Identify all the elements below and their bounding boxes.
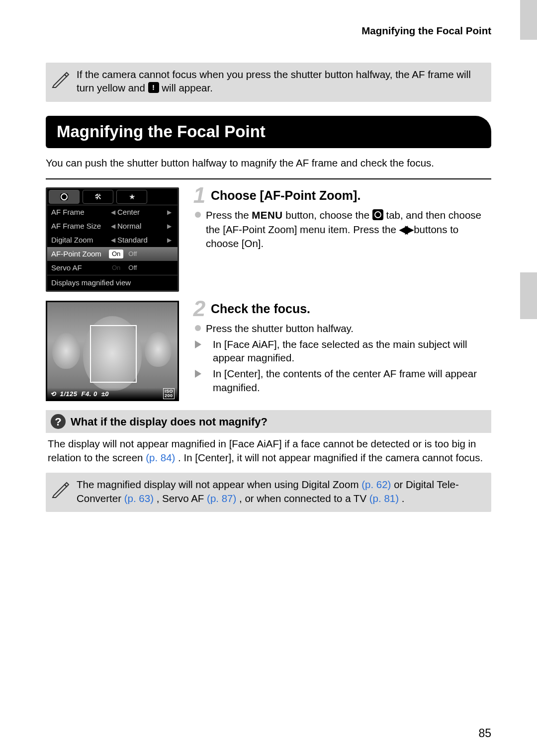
question-mark-icon: ?	[51, 414, 66, 429]
step-number: 1	[191, 185, 208, 205]
manual-page: Magnifying the Focal Point If the camera…	[0, 0, 537, 756]
t: , Servo AF	[157, 493, 207, 504]
iso-bottom: 200	[165, 393, 173, 398]
step-2-text: 2 Check the focus. Press the shutter but…	[191, 301, 491, 401]
aperture: F4. 0	[82, 390, 97, 399]
menu-key: Servo AF	[51, 263, 109, 273]
shutter-speed: 1/125	[60, 390, 78, 399]
page-ref-link[interactable]: (p. 62)	[361, 479, 391, 490]
menu-key: Digital Zoom	[51, 235, 109, 245]
question-block: ? What if the display does not magnify? …	[46, 410, 491, 472]
menu-row-af-point-zoom: AF-Point Zoom On Off	[47, 247, 178, 261]
iso-badge: ISO 200	[163, 388, 175, 399]
note-text-a: If the camera cannot focus when you pres…	[77, 69, 471, 94]
photo-status-bar: ⟲ 1/125 F4. 0 ±0 ISO 200	[47, 388, 178, 400]
toggle-off: Off	[125, 250, 140, 258]
page-number: 85	[478, 726, 491, 741]
menu-tab-star: ★	[116, 190, 147, 204]
face-left	[52, 333, 80, 369]
note-text: If the camera cannot focus when you pres…	[77, 68, 483, 95]
chevron-left-icon: ◀	[111, 222, 115, 230]
bullet-dot-icon	[195, 212, 201, 218]
separator	[46, 178, 491, 179]
camera-preview-screenshot: ⟲ 1/125 F4. 0 ±0 ISO 200	[46, 301, 179, 401]
t: button, choose the	[285, 209, 372, 221]
camera-icon	[60, 193, 68, 200]
section-intro: You can push the shutter button halfway …	[46, 156, 491, 170]
menu-key: AF Frame	[51, 207, 109, 217]
menu-key: AF Frame Size	[51, 221, 109, 231]
step-title: Choose [AF-Point Zoom].	[211, 187, 360, 204]
toggle-off: Off	[125, 263, 140, 272]
toggle-on: On	[109, 250, 123, 258]
thumb-tab-top	[520, 0, 537, 40]
section-title: Magnifying the Focal Point	[46, 116, 491, 148]
menu-value: Normal	[117, 221, 141, 231]
bullet-dot-icon	[195, 325, 201, 331]
step-2-bullet-3: In [Center], the contents of the center …	[195, 367, 491, 394]
chevron-right-icon: ▶	[167, 222, 172, 230]
camera-icon	[372, 209, 383, 220]
thumb-tab-mid	[520, 272, 537, 319]
menu-row-servo-af: Servo AF On Off	[47, 261, 178, 275]
exposure-comp: ±0	[101, 390, 109, 399]
step-2-bullet-2: In [Face AiAF], the face selected as the…	[195, 337, 491, 365]
t: . In [Center], it will not appear magnif…	[178, 452, 483, 463]
t: , or when connected to a TV	[239, 493, 369, 504]
menu-value: Standard	[117, 235, 148, 245]
menu-footer-hint: Displays magnified view	[47, 275, 178, 290]
running-head: Magnifying the Focal Point	[46, 24, 491, 38]
note-text: The magnified display will not appear wh…	[77, 478, 483, 505]
alert-icon	[148, 82, 159, 93]
step-number: 2	[191, 299, 208, 319]
result-arrow-icon	[195, 370, 208, 378]
toggle-on: On	[109, 263, 123, 272]
page-ref-link[interactable]: (p. 87)	[207, 493, 236, 504]
menu-row-af-frame-size: AF Frame Size ◀ Normal ▶	[47, 219, 178, 233]
face-right	[145, 332, 172, 367]
menu-value: Center	[117, 207, 140, 217]
chevron-left-icon: ◀	[111, 208, 115, 216]
step-1: 🛠 ★ AF Frame ◀ Center ▶ AF Frame Size ◀ …	[46, 187, 491, 292]
step-title: Check the focus.	[211, 301, 310, 318]
left-right-arrows-icon: ◀▶	[399, 223, 411, 236]
question-head: ? What if the display does not magnify?	[46, 410, 491, 433]
t: .	[402, 493, 405, 504]
chevron-right-icon: ▶	[167, 208, 172, 216]
t: The magnified display will not appear wh…	[77, 479, 361, 490]
menu-tabs: 🛠 ★	[47, 189, 178, 205]
page-ref-link[interactable]: (p. 84)	[146, 452, 175, 463]
note-magnify-exceptions: The magnified display will not appear wh…	[46, 473, 491, 512]
menu-row-digital-zoom: Digital Zoom ◀ Standard ▶	[47, 233, 178, 247]
result-arrow-icon	[195, 340, 208, 348]
t: Press the	[206, 209, 252, 221]
af-frame-box	[90, 325, 137, 383]
question-body: The display will not appear magnified in…	[46, 437, 491, 472]
page-ref-link[interactable]: (p. 63)	[124, 493, 154, 504]
page-ref-link[interactable]: (p. 81)	[369, 493, 399, 504]
t: In [Center], the contents of the center …	[213, 367, 491, 394]
camera-menu-screenshot: 🛠 ★ AF Frame ◀ Center ▶ AF Frame Size ◀ …	[46, 187, 179, 292]
pencil-icon	[50, 478, 72, 500]
photo-mock: ⟲ 1/125 F4. 0 ±0 ISO 200	[46, 301, 179, 401]
pencil-icon	[50, 68, 72, 89]
t: In [Face AiAF], the face selected as the…	[213, 337, 491, 365]
menu-mock: 🛠 ★ AF Frame ◀ Center ▶ AF Frame Size ◀ …	[46, 187, 179, 292]
review-icon: ⟲	[50, 390, 56, 399]
menu-tab-shoot	[49, 190, 80, 204]
step-1-text: 1 Choose [AF-Point Zoom]. Press the MENU…	[191, 187, 491, 292]
step-2: ⟲ 1/125 F4. 0 ±0 ISO 200 2 Check the foc…	[46, 301, 491, 401]
t: Press the shutter button halfway.	[206, 322, 491, 336]
step-2-bullet-1: Press the shutter button halfway.	[195, 322, 491, 336]
note-focus-warning: If the camera cannot focus when you pres…	[46, 63, 491, 102]
step-1-bullet: Press the MENU button, choose the tab, a…	[195, 208, 491, 251]
menu-tab-tools: 🛠	[83, 190, 113, 204]
menu-button-label: MENU	[252, 209, 282, 221]
note-text-b: will appear.	[162, 82, 213, 93]
menu-row-af-frame: AF Frame ◀ Center ▶	[47, 205, 178, 219]
question-title: What if the display does not magnify?	[71, 415, 268, 429]
chevron-left-icon: ◀	[111, 236, 115, 244]
chevron-right-icon: ▶	[167, 236, 172, 244]
menu-key: AF-Point Zoom	[51, 249, 109, 259]
